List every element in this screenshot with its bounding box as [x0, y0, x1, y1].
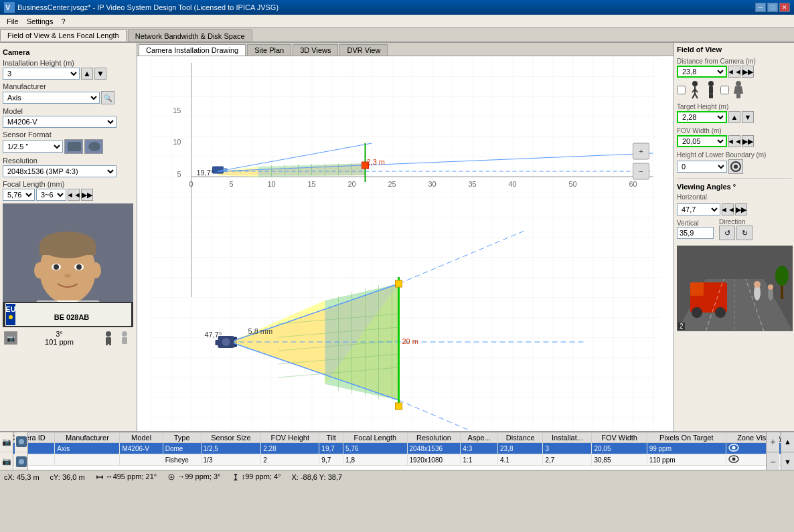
lower-boundary-select[interactable]: 0 [677, 161, 727, 173]
installation-height-down[interactable]: ▼ [94, 68, 106, 80]
manufacturer-select[interactable]: Axis [3, 92, 100, 104]
model-row: M4206-V [3, 116, 134, 128]
svg-text:40: 40 [508, 180, 516, 188]
distance-left-btn[interactable]: ◄◄ [728, 66, 740, 78]
camera-section-label: Camera [3, 48, 134, 56]
close-button[interactable]: ✕ [779, 3, 790, 12]
menu-file[interactable]: File [3, 16, 23, 27]
manufacturer-search-button[interactable]: 🔍 [101, 91, 114, 104]
svg-rect-3 [68, 142, 81, 151]
left-panel: Camera Installation Height (m) 3 ▲ ▼ Man… [0, 43, 137, 431]
view-tabs: Camera Installation Drawing Site Plan 3D… [137, 43, 673, 56]
remove-row-btn[interactable]: − [767, 452, 779, 470]
ppm-label: 101 ppm [45, 338, 74, 346]
tab-dvr-view[interactable]: DVR View [339, 44, 388, 56]
svg-point-18 [90, 262, 101, 278]
sensor-format-select[interactable]: 1/2.5 " [3, 141, 63, 153]
angle-label: 3° [45, 330, 74, 338]
tab-3d-views[interactable]: 3D Views [293, 44, 338, 56]
focal-right[interactable]: ▶▶ [81, 189, 93, 201]
svg-text:V: V [5, 3, 11, 11]
cam-preview2[interactable] [15, 452, 27, 470]
maximize-button[interactable]: □ [767, 3, 778, 12]
tab-fov[interactable]: Field of View & Lens Focal Length [0, 29, 127, 41]
svg-point-125 [715, 307, 726, 318]
target-height-select[interactable]: 2,28 [677, 111, 727, 123]
td-aspect: 1:1 [461, 454, 498, 466]
status-cx: cX: 45,3 m [4, 473, 39, 481]
vertical-label: Vertical [677, 219, 714, 227]
checkbox2[interactable] [720, 86, 729, 94]
sensor-img2 [84, 139, 103, 154]
distance-right-btn[interactable]: ▶▶ [742, 66, 754, 78]
horizontal-row: 47,7 ◄◄ ▶▶ [677, 203, 791, 215]
minimize-button[interactable]: ─ [755, 3, 766, 12]
drawing-area[interactable]: 15 10 5 0 5 10 15 20 25 30 35 40 50 60 [137, 56, 673, 431]
cam-icon1[interactable]: 📷 [0, 432, 13, 452]
installation-height-select[interactable]: 3 [3, 68, 80, 80]
window-controls: ─ □ ✕ [755, 3, 790, 12]
horizontal-select[interactable]: 47,7 [677, 203, 720, 215]
fov-width-select[interactable]: 20,05 [677, 135, 727, 147]
fov-width-right[interactable]: ▶▶ [742, 135, 754, 147]
th-installation: Installat... [543, 433, 592, 443]
td-tilt: 9,7 [319, 454, 343, 466]
add-row-btn[interactable]: + [767, 432, 779, 452]
distance-select[interactable]: 23,8 [677, 66, 727, 78]
cam-preview1[interactable] [15, 432, 27, 452]
svg-point-146 [171, 476, 173, 478]
svg-point-131 [775, 266, 789, 286]
td-model [120, 454, 163, 466]
resolution-select[interactable]: 2048x1536 (3MP 4:3) [3, 165, 116, 177]
installation-height-row: 3 ▲ ▼ [3, 68, 134, 80]
focal-left[interactable]: ◄◄ [68, 189, 80, 201]
table-row[interactable]: 3 Fisheye 1/3 2 9,7 1,8 1920x1080 1:1 4.… [1, 454, 794, 466]
horiz-left[interactable]: ◄◄ [722, 203, 734, 215]
table-scroll-down[interactable]: ▼ [781, 452, 794, 470]
td-fov-width: 20,05 [592, 443, 647, 454]
vertical-value-display: 35,9 [677, 227, 714, 239]
svg-rect-115 [736, 94, 738, 98]
vertical-col: Vertical 35,9 [677, 219, 714, 239]
cam-icon2[interactable]: 📷 [0, 452, 13, 470]
svg-text:−: − [639, 167, 643, 175]
tab-site-plan[interactable]: Site Plan [247, 44, 291, 56]
menu-settings[interactable]: Settings [23, 16, 58, 27]
svg-line-106 [695, 94, 698, 98]
lower-boundary-label: Height of Lower Boundary (m) [677, 151, 791, 159]
svg-point-118 [734, 165, 738, 169]
focal-length-select1[interactable]: 5,76 [3, 189, 35, 201]
camera-thumbnail: EU BE 028AB [3, 203, 133, 327]
rotate-right-btn[interactable]: ↻ [736, 226, 752, 240]
svg-rect-32 [122, 337, 127, 344]
target-up-btn[interactable]: ▲ [728, 111, 740, 123]
model-label: Model [3, 107, 134, 115]
td-sensor-size: 1/3 [201, 454, 261, 466]
horiz-right[interactable]: ▶▶ [735, 203, 747, 215]
camera-icon-btn[interactable]: 📷 [4, 331, 17, 345]
svg-point-113 [736, 81, 741, 86]
target-down-btn[interactable]: ▼ [742, 111, 754, 123]
menu-help[interactable]: ? [57, 16, 69, 27]
person-icon1 [101, 331, 116, 345]
svg-rect-30 [109, 344, 111, 345]
table-scroll-panel: ▲ ▼ [781, 432, 794, 470]
table-row[interactable]: 2 Axis M4206-V Dome 1/2,5 2,28 19,7 5,76… [1, 443, 794, 454]
table-scroll-up[interactable]: ▲ [781, 432, 794, 452]
tab-camera-drawing[interactable]: Camera Installation Drawing [139, 44, 246, 56]
svg-rect-95 [396, 280, 402, 287]
svg-point-25 [9, 315, 13, 319]
installation-height-label: Installation Height (m) [3, 59, 134, 67]
status-ppm2: →99 ppm; 3° [167, 472, 220, 481]
fov-width-left[interactable]: ◄◄ [728, 135, 740, 147]
rotate-left-btn[interactable]: ↺ [719, 226, 735, 240]
installation-height-up[interactable]: ▲ [81, 68, 93, 80]
model-select[interactable]: M4206-V [3, 116, 116, 128]
tab-network[interactable]: Network Bandwidth & Disk Space [128, 29, 252, 41]
focal-length-select2[interactable]: 3~6 [36, 189, 66, 201]
status-ppm3: ↕99 ppm; 4° [232, 472, 281, 481]
checkbox1[interactable] [677, 86, 686, 94]
direction-label: Direction [719, 218, 752, 226]
status-coords: X: -88,6 Y: 38,7 [291, 473, 342, 481]
camera-bottom-row: 📷 3° 101 ppm [3, 329, 133, 347]
